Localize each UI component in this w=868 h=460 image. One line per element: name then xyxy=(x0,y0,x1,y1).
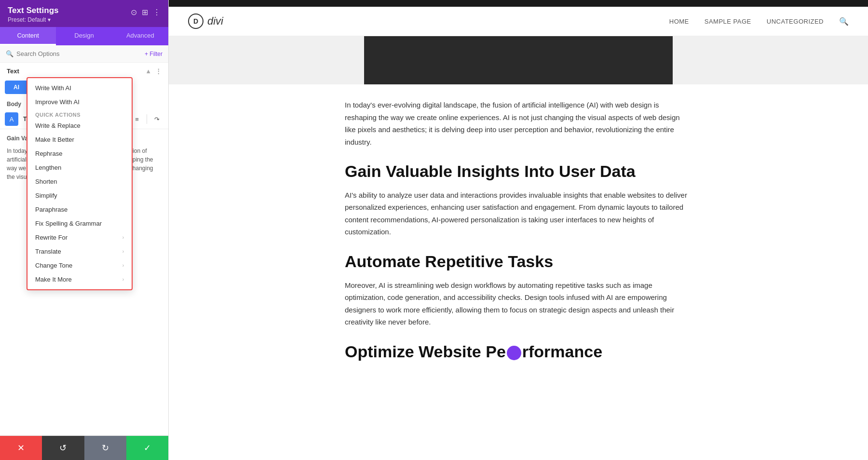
nav-links: HOME SAMPLE PAGE UNCATEGORIZED 🔍 xyxy=(669,17,849,26)
dropdown-shorten[interactable]: Shorten xyxy=(27,175,132,189)
dropdown-write-with-ai[interactable]: Write With AI xyxy=(27,81,132,95)
header-icons: ⊙ ⊞ ⋮ xyxy=(131,8,161,17)
divider2 xyxy=(147,114,147,124)
dropdown-paraphrase[interactable]: Paraphrase xyxy=(27,203,132,216)
hero-area xyxy=(169,36,868,84)
close-button[interactable]: ✕ xyxy=(0,436,42,460)
quick-actions-label: Quick Actions xyxy=(27,109,132,119)
rewrite-for-chevron: › xyxy=(122,235,124,240)
section-header-icons: ▲ ⋮ xyxy=(145,68,162,75)
more-icon[interactable]: ⋮ xyxy=(153,8,161,17)
search-icon: 🔍 xyxy=(6,50,14,57)
purple-circle-icon xyxy=(507,346,521,360)
dropdown-simplify[interactable]: Simplify xyxy=(27,189,132,203)
change-tone-chevron: › xyxy=(122,263,124,268)
logo-text: divi xyxy=(207,15,223,27)
format-all-btn[interactable]: A xyxy=(5,112,18,126)
panel-header: Text Settings Preset: Default ▾ ⊙ ⊞ ⋮ xyxy=(0,0,168,27)
left-panel: Text Settings Preset: Default ▾ ⊙ ⊞ ⋮ Co… xyxy=(0,0,169,460)
ai-dropdown-menu: Write With AI Improve With AI Quick Acti… xyxy=(27,77,133,290)
search-bar: 🔍 + Filter xyxy=(0,45,168,63)
nav-sample-page[interactable]: SAMPLE PAGE xyxy=(705,18,751,25)
dropdown-improve-with-ai[interactable]: Improve With AI xyxy=(27,95,132,109)
section-body-1: AI's ability to analyze user data and in… xyxy=(345,189,692,238)
section-heading-1: Gain Valuable Insights Into User Data xyxy=(345,162,692,181)
dropdown-write-replace[interactable]: Write & Replace xyxy=(27,119,132,133)
hero-image xyxy=(364,36,673,84)
top-nav-bar xyxy=(169,0,868,7)
panel-tabs: Content Design Advanced xyxy=(0,27,168,45)
undo-button[interactable]: ↺ xyxy=(42,436,84,460)
article-intro: In today's ever-evolving digital landsca… xyxy=(345,99,692,148)
dropdown-translate[interactable]: Translate › xyxy=(27,244,132,258)
columns-icon[interactable]: ⊞ xyxy=(142,8,148,17)
panel-bottom-bar: ✕ ↺ ↻ ✓ xyxy=(0,435,168,460)
dropdown-make-better[interactable]: Make It Better xyxy=(27,133,132,147)
dropdown-change-tone[interactable]: Change Tone › xyxy=(27,258,132,272)
text-section-label: Text xyxy=(7,68,19,75)
panel-preset[interactable]: Preset: Default ▾ xyxy=(8,16,58,23)
confirm-button[interactable]: ✓ xyxy=(126,436,168,460)
redo-format-icon[interactable]: ↷ xyxy=(150,112,163,126)
nav-search-icon[interactable]: 🔍 xyxy=(839,17,849,26)
dropdown-rephrase[interactable]: Rephrase xyxy=(27,147,132,161)
search-input[interactable] xyxy=(16,50,145,57)
site-nav: D divi HOME SAMPLE PAGE UNCATEGORIZED 🔍 xyxy=(169,7,868,36)
ai-button[interactable]: AI xyxy=(5,81,28,94)
panel-title: Text Settings xyxy=(8,6,58,15)
main-content: D divi HOME SAMPLE PAGE UNCATEGORIZED 🔍 … xyxy=(169,0,868,460)
section-heading-3: Optimize Website Performance xyxy=(345,342,692,362)
logo-circle: D xyxy=(188,14,203,29)
nav-home[interactable]: HOME xyxy=(669,18,689,25)
focus-icon[interactable]: ⊙ xyxy=(131,8,137,17)
section-more-icon[interactable]: ⋮ xyxy=(155,68,162,75)
search-wrap: 🔍 xyxy=(6,50,145,57)
text-section-header: Text ▲ ⋮ xyxy=(0,63,168,78)
redo-button[interactable]: ↻ xyxy=(84,436,126,460)
site-logo: D divi xyxy=(188,14,223,29)
nav-uncategorized[interactable]: UNCATEGORIZED xyxy=(767,18,824,25)
section-heading-2: Automate Repetitive Tasks xyxy=(345,252,692,271)
tab-advanced[interactable]: Advanced xyxy=(112,27,168,45)
make-more-chevron: › xyxy=(122,277,124,282)
dropdown-make-more[interactable]: Make It More › xyxy=(27,272,132,286)
tab-content[interactable]: Content xyxy=(0,27,56,45)
chevron-up-icon[interactable]: ▲ xyxy=(145,68,151,75)
dropdown-fix-spelling[interactable]: Fix Spelling & Grammar xyxy=(27,216,132,230)
dropdown-lengthen[interactable]: Lengthen xyxy=(27,161,132,175)
section-body-2: Moreover, AI is streamlining web design … xyxy=(345,279,692,328)
tab-design[interactable]: Design xyxy=(56,27,112,45)
logo-letter: D xyxy=(193,17,198,25)
panel-header-left: Text Settings Preset: Default ▾ xyxy=(8,6,58,23)
dropdown-rewrite-for[interactable]: Rewrite For › xyxy=(27,230,132,244)
filter-button[interactable]: + Filter xyxy=(145,51,163,57)
article-body: In today's ever-evolving digital landsca… xyxy=(335,84,702,388)
translate-chevron: › xyxy=(122,249,124,254)
